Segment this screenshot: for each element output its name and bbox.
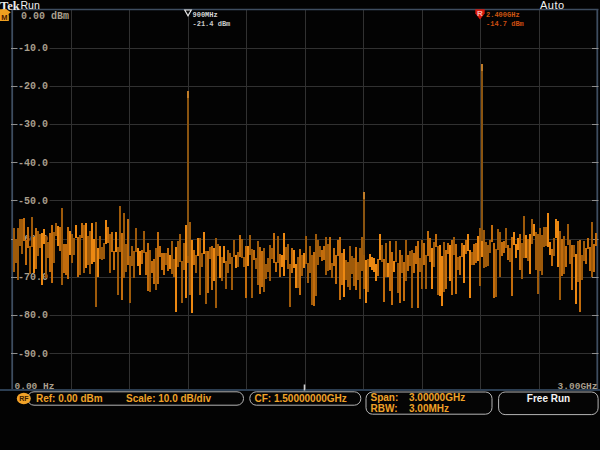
svg-text:-21.4 dBm: -21.4 dBm (193, 20, 231, 28)
svg-text:-14.7 dBm: -14.7 dBm (486, 20, 524, 28)
svg-text:Span:: Span: (371, 392, 399, 403)
svg-text:-80.0: -80.0 (18, 310, 48, 321)
svg-text:Ref: 0.00 dBm: Ref: 0.00 dBm (36, 393, 103, 404)
svg-text:-40.0: -40.0 (18, 158, 48, 169)
svg-text:R: R (477, 9, 483, 18)
svg-text:-50.0: -50.0 (18, 196, 48, 207)
svg-text:Run: Run (21, 0, 40, 11)
svg-text:2.400GHz: 2.400GHz (486, 11, 520, 19)
svg-text:-10.0: -10.0 (18, 43, 48, 54)
svg-text:3.00MHz: 3.00MHz (409, 403, 449, 414)
svg-text:-90.0: -90.0 (18, 349, 48, 360)
svg-text:-70.0: -70.0 (18, 272, 48, 283)
svg-text:Free Run: Free Run (527, 393, 570, 404)
svg-text:RBW:: RBW: (371, 403, 398, 414)
svg-text:RF: RF (19, 395, 29, 402)
svg-text:Scale: 10.0 dB/div: Scale: 10.0 dB/div (126, 393, 211, 404)
svg-text:-30.0: -30.0 (18, 119, 48, 130)
svg-text:900MHz: 900MHz (193, 11, 218, 19)
svg-text:0.00 dBm: 0.00 dBm (21, 11, 69, 22)
svg-text:M: M (1, 13, 7, 22)
svg-text:3.00000GHz: 3.00000GHz (409, 392, 465, 403)
svg-text:Auto: Auto (540, 0, 565, 11)
svg-text:-20.0: -20.0 (18, 81, 48, 92)
svg-text:CF: 1.50000000GHz: CF: 1.50000000GHz (255, 393, 347, 404)
